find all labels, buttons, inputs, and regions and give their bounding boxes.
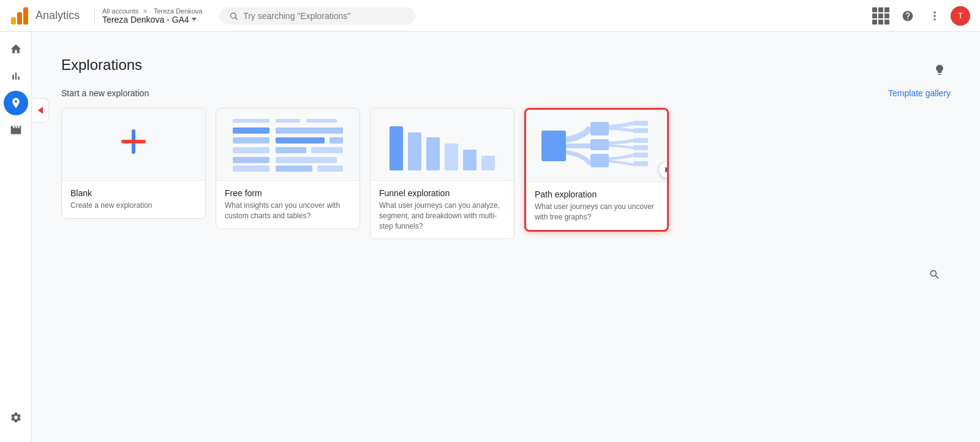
account-dropdown-chevron [192,18,197,21]
search-explorations-icon [929,269,941,281]
svg-rect-30 [463,150,477,170]
svg-point-3 [231,13,236,18]
svg-rect-9 [121,140,146,143]
search-explorations-button[interactable] [924,264,946,286]
exploration-cards-row: Blank Create a new exploration [61,108,951,239]
header-actions: T [870,5,970,27]
sidebar [0,32,32,442]
path-card-info: Path exploration What user journeys can … [526,182,667,230]
section-label: Start a new exploration [61,88,149,98]
svg-rect-0 [11,17,16,25]
blank-card[interactable]: Blank Create a new exploration [61,108,206,219]
funnel-card-preview [371,109,514,181]
template-gallery-link[interactable]: Template gallery [888,88,951,98]
header-divider [94,7,95,25]
free-form-card-preview [216,109,360,181]
svg-rect-13 [233,128,270,134]
svg-rect-22 [276,157,337,163]
svg-rect-15 [233,137,270,143]
apps-button[interactable] [870,5,892,27]
collapse-arrow-icon [38,107,43,114]
account-name-label: Tereza Denkova - GA4 [102,15,189,25]
free-form-card[interactable]: Free form What insights can you uncover … [216,108,360,229]
funnel-card[interactable]: Funnel exploration What user journeys ca… [370,108,514,239]
svg-rect-35 [590,154,609,167]
help-icon [902,10,914,22]
blank-card-name: Blank [70,188,197,198]
svg-line-4 [236,17,238,19]
section-header: Start a new exploration Template gallery [61,88,951,98]
funnel-card-name: Funnel exploration [379,188,505,198]
lightbulb-button[interactable] [929,59,951,81]
search-bar[interactable] [219,7,415,25]
svg-point-5 [933,11,935,13]
path-preview-svg [535,112,658,180]
svg-point-6 [933,15,935,17]
blank-card-preview [62,109,205,181]
settings-icon [10,411,22,424]
analytics-logo-icon [10,6,29,26]
breadcrumb: All accounts > Tereza Denkova [102,7,205,15]
blank-card-info: Blank Create a new exploration [62,181,205,218]
svg-rect-29 [445,143,458,170]
free-form-preview-svg [227,114,349,175]
svg-rect-19 [276,147,306,153]
funnel-card-info: Funnel exploration What user journeys ca… [371,181,514,238]
svg-point-7 [933,18,935,20]
svg-rect-34 [590,139,609,150]
svg-rect-37 [633,128,648,133]
account-section: All accounts > Tereza Denkova Tereza Den… [102,7,205,25]
svg-rect-40 [633,153,648,158]
free-form-card-name: Free form [225,188,351,198]
free-form-card-info: Free form What insights can you uncover … [216,181,360,229]
breadcrumb-separator: > [143,7,146,15]
app-header: Analytics All accounts > Tereza Denkova … [0,0,980,32]
svg-rect-32 [541,131,566,161]
sidebar-item-advertising[interactable] [4,118,28,142]
free-form-card-desc: What insights can you uncover with custo… [225,200,351,221]
svg-rect-16 [276,137,325,143]
path-card-name: Path exploration [535,189,658,199]
advertising-icon [10,124,22,136]
svg-rect-36 [633,121,648,126]
svg-rect-23 [233,166,270,172]
search-input[interactable] [243,11,405,21]
page-title: Explorations [61,56,142,74]
user-avatar[interactable]: T [951,6,970,26]
app-name-label: Analytics [36,9,80,22]
svg-rect-21 [233,157,270,163]
svg-rect-10 [233,119,270,123]
colorful-plus-icon [119,127,148,156]
more-vert-icon [929,10,941,22]
svg-rect-39 [633,145,648,150]
funnel-preview-svg [381,114,503,175]
svg-rect-33 [590,122,609,135]
blank-card-desc: Create a new exploration [70,200,197,211]
chevron-right-icon [665,167,669,173]
svg-rect-26 [390,126,403,170]
more-options-button[interactable] [924,5,946,27]
explore-icon [10,97,22,109]
home-icon [10,43,22,55]
sidebar-item-reports[interactable] [4,64,28,88]
sidebar-collapse-button[interactable] [32,98,49,123]
svg-rect-24 [276,166,312,172]
path-card[interactable]: Path exploration What user journeys can … [524,108,669,232]
sidebar-item-home[interactable] [4,37,28,61]
apps-grid-icon [872,7,889,25]
account-name-dropdown[interactable]: Tereza Denkova - GA4 [102,15,205,25]
svg-rect-2 [23,7,28,25]
svg-rect-17 [330,137,343,143]
logo-area: Analytics [10,6,80,26]
svg-rect-12 [306,119,337,123]
svg-rect-18 [233,147,270,153]
help-button[interactable] [897,5,919,27]
svg-rect-11 [276,119,300,123]
svg-rect-14 [276,128,343,134]
bar-chart-icon [10,70,22,82]
all-accounts-link[interactable]: All accounts [102,7,138,15]
plus-icon [119,127,148,162]
main-content: Explorations Start a new exploration Tem… [32,32,980,442]
sidebar-item-explore[interactable] [4,91,28,115]
sidebar-item-admin[interactable] [4,405,28,430]
